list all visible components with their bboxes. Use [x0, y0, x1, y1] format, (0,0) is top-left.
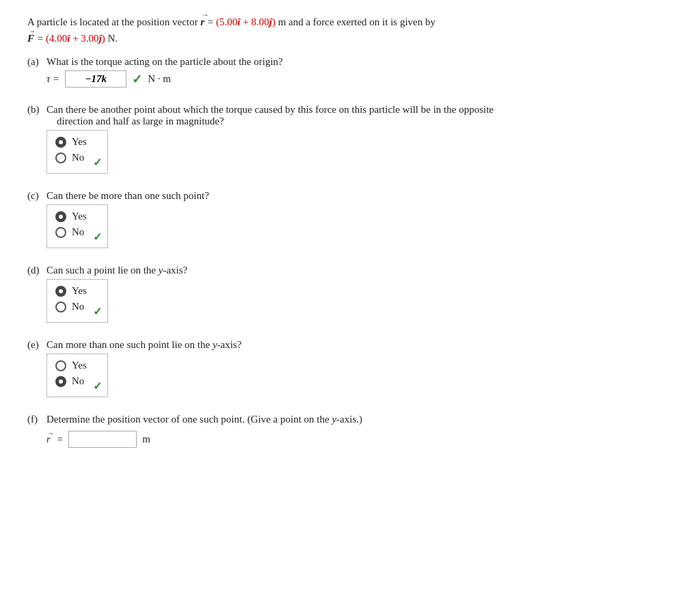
- part-c: (c) Can there be more than one such poin…: [27, 190, 673, 248]
- part-c-yes-radio[interactable]: [55, 211, 66, 222]
- tau-unit: N · m: [148, 73, 171, 85]
- part-e-no-row[interactable]: No: [55, 375, 96, 387]
- part-c-yes-row[interactable]: Yes: [55, 211, 96, 222]
- part-a-answer: τ = ✓ N · m: [46, 70, 673, 88]
- part-e-checkmark: ✓: [93, 379, 102, 392]
- part-b-no-label: No: [72, 152, 84, 163]
- part-d-no-radio[interactable]: [55, 302, 66, 312]
- part-f-answer: r→ = m: [46, 431, 673, 448]
- r-unit-text: m and a force exerted on it is given by: [278, 16, 435, 27]
- part-c-letter: (c): [27, 190, 46, 202]
- r-vector-symbol: r→: [200, 14, 204, 30]
- part-e-no-label: No: [72, 375, 84, 387]
- part-d-yes-label: Yes: [72, 285, 87, 297]
- r-f-input[interactable]: [68, 431, 137, 448]
- part-d-question: (d) Can such a point lie on the y-axis?: [27, 265, 673, 276]
- part-b-radio-box: Yes No ✓: [46, 130, 108, 174]
- part-f-text: Determine the position vector of one suc…: [46, 414, 362, 425]
- part-d-checkmark: ✓: [93, 305, 102, 318]
- part-d-radio-box: Yes No ✓: [46, 279, 108, 323]
- r-value: (5.00î + 8.00ĵ): [216, 16, 275, 27]
- part-c-no-radio[interactable]: [55, 227, 66, 238]
- part-b-yes-radio[interactable]: [55, 137, 66, 148]
- part-b-yes-label: Yes: [72, 136, 87, 148]
- tau-input[interactable]: [65, 70, 126, 88]
- part-d-yes-row[interactable]: Yes: [55, 285, 96, 297]
- r-equals: =: [208, 16, 216, 27]
- f-value: (4.00î + 3.00ĵ): [46, 33, 105, 44]
- f-unit-text: N.: [108, 33, 118, 44]
- part-e: (e) Can more than one such point lie on …: [27, 339, 673, 397]
- part-f-question: (f) Determine the position vector of one…: [27, 414, 673, 425]
- part-e-yes-row[interactable]: Yes: [55, 360, 96, 371]
- part-d-no-label: No: [72, 301, 84, 312]
- tau-checkmark: ✓: [132, 72, 142, 87]
- problem-intro: A particle is located at the position ve…: [27, 14, 673, 46]
- F-vector-symbol: F→: [27, 30, 34, 46]
- part-e-radio-box: Yes No ✓: [46, 353, 108, 397]
- part-c-radio-box: Yes No ✓: [46, 204, 108, 248]
- tau-label: τ =: [46, 73, 59, 85]
- part-b-question: (b) Can there be another point about whi…: [27, 104, 673, 127]
- part-b-yes-row[interactable]: Yes: [55, 136, 96, 148]
- part-c-checkmark: ✓: [93, 230, 102, 243]
- part-a: (a) What is the torque acting on the par…: [27, 56, 673, 88]
- part-e-letter: (e): [27, 339, 46, 351]
- part-d-letter: (d): [27, 265, 46, 276]
- part-b: (b) Can there be another point about whi…: [27, 104, 673, 174]
- r-f-unit: m: [142, 433, 150, 445]
- part-c-text: Can there be more than one such point?: [46, 190, 209, 202]
- part-a-letter: (a): [27, 56, 46, 68]
- part-e-text: Can more than one such point lie on the …: [46, 339, 241, 351]
- part-e-question: (e) Can more than one such point lie on …: [27, 339, 673, 351]
- part-d-text: Can such a point lie on the y-axis?: [46, 265, 187, 276]
- part-c-question: (c) Can there be more than one such poin…: [27, 190, 673, 202]
- r-f-vector-symbol: r→: [46, 433, 51, 445]
- part-b-text: Can there be another point about which t…: [46, 104, 494, 127]
- part-b-checkmark: ✓: [93, 156, 102, 169]
- part-e-no-radio[interactable]: [55, 376, 66, 387]
- part-c-no-label: No: [72, 226, 84, 238]
- part-f-letter: (f): [27, 414, 46, 425]
- part-c-no-row[interactable]: No: [55, 226, 96, 238]
- f-equals: =: [38, 33, 46, 44]
- part-a-question: (a) What is the torque acting on the par…: [27, 56, 673, 68]
- intro-text: A particle is located at the position ve…: [27, 16, 200, 27]
- part-c-yes-label: Yes: [72, 211, 87, 222]
- part-d: (d) Can such a point lie on the y-axis? …: [27, 265, 673, 323]
- part-b-letter: (b): [27, 104, 46, 116]
- part-b-no-radio[interactable]: [55, 152, 66, 163]
- r-f-equals: =: [57, 433, 63, 445]
- part-f: (f) Determine the position vector of one…: [27, 414, 673, 448]
- part-e-yes-label: Yes: [72, 360, 87, 371]
- part-e-yes-radio[interactable]: [55, 360, 66, 371]
- part-d-no-row[interactable]: No: [55, 301, 96, 312]
- part-d-yes-radio[interactable]: [55, 286, 66, 297]
- part-a-text: What is the torque acting on the particl…: [46, 56, 283, 68]
- part-b-no-row[interactable]: No: [55, 152, 96, 163]
